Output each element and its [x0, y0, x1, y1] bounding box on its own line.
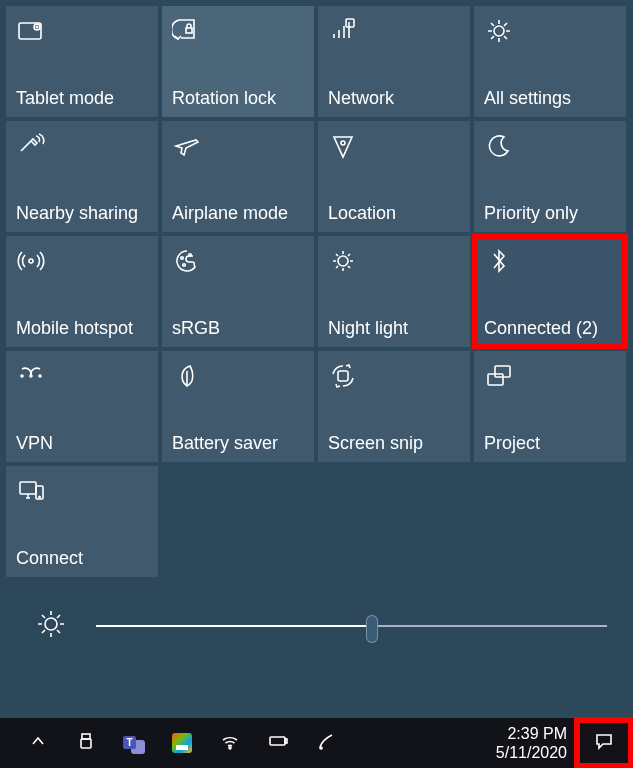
- tile-all-settings[interactable]: All settings: [474, 6, 626, 117]
- leaf-icon: [172, 361, 304, 395]
- taskbar: T 2:39 PM 5/11/2020: [0, 718, 633, 768]
- quick-action-tiles: Tablet modeRotation lockNetworkAll setti…: [6, 6, 627, 577]
- tile-mobile-hotspot[interactable]: Mobile hotspot: [6, 236, 158, 347]
- tile-rotation-lock[interactable]: Rotation lock: [162, 6, 314, 117]
- tile-label: Nearby sharing: [16, 202, 148, 224]
- vpn-icon: [16, 361, 148, 395]
- tile-battery-saver[interactable]: Battery saver: [162, 351, 314, 462]
- tray-powertoys[interactable]: [158, 718, 206, 768]
- teams-icon: T: [123, 732, 145, 754]
- night-light-icon: [328, 246, 460, 280]
- bluetooth-icon: [484, 246, 616, 280]
- chevron-up-icon: [28, 731, 48, 755]
- brightness-icon: [34, 607, 68, 645]
- tile-priority-only[interactable]: Priority only: [474, 121, 626, 232]
- brightness-slider[interactable]: [96, 625, 607, 627]
- airplane-icon: [172, 131, 304, 165]
- tile-label: Project: [484, 432, 616, 454]
- brightness-thumb[interactable]: [366, 615, 378, 643]
- gear-icon: [484, 16, 616, 50]
- tile-label: All settings: [484, 87, 616, 109]
- tile-label: VPN: [16, 432, 148, 454]
- wifi-icon: [220, 731, 240, 755]
- tile-label: Priority only: [484, 202, 616, 224]
- tile-label: Network: [328, 87, 460, 109]
- snip-icon: [328, 361, 460, 395]
- tray-battery[interactable]: [254, 718, 302, 768]
- action-center-button[interactable]: [575, 718, 633, 768]
- tile-label: Screen snip: [328, 432, 460, 454]
- powertoys-icon: [172, 733, 192, 753]
- connect-icon: [16, 476, 148, 510]
- tile-label: Tablet mode: [16, 87, 148, 109]
- tile-label: Connect: [16, 547, 148, 569]
- palette-icon: [172, 246, 304, 280]
- tile-vpn[interactable]: VPN: [6, 351, 158, 462]
- tile-screen-snip[interactable]: Screen snip: [318, 351, 470, 462]
- tray-wifi[interactable]: [206, 718, 254, 768]
- action-center-panel: Tablet modeRotation lockNetworkAll setti…: [0, 0, 633, 718]
- tile-label: Connected (2): [484, 317, 616, 339]
- rotation-lock-icon: [172, 16, 304, 50]
- taskbar-clock[interactable]: 2:39 PM 5/11/2020: [490, 724, 575, 762]
- tray-pen[interactable]: [302, 718, 350, 768]
- tile-night-light[interactable]: Night light: [318, 236, 470, 347]
- usb-icon: [76, 731, 96, 755]
- tile-bluetooth[interactable]: Connected (2): [474, 236, 626, 347]
- tray-usb[interactable]: [62, 718, 110, 768]
- cellular-icon: [328, 16, 460, 50]
- location-icon: [328, 131, 460, 165]
- tray-teams[interactable]: T: [110, 718, 158, 768]
- tablet-mode-icon: [16, 16, 148, 50]
- tile-label: Battery saver: [172, 432, 304, 454]
- battery-icon: [268, 731, 288, 755]
- tile-label: Rotation lock: [172, 87, 304, 109]
- brightness-slider-row: [6, 607, 627, 645]
- clock-date: 5/11/2020: [496, 743, 567, 762]
- pen-icon: [316, 731, 336, 755]
- tile-srgb[interactable]: sRGB: [162, 236, 314, 347]
- tile-project[interactable]: Project: [474, 351, 626, 462]
- clock-time: 2:39 PM: [496, 724, 567, 743]
- tile-tablet-mode[interactable]: Tablet mode: [6, 6, 158, 117]
- tile-network[interactable]: Network: [318, 6, 470, 117]
- tile-label: Mobile hotspot: [16, 317, 148, 339]
- tile-label: Location: [328, 202, 460, 224]
- tile-label: Airplane mode: [172, 202, 304, 224]
- tray-overflow[interactable]: [14, 718, 62, 768]
- moon-icon: [484, 131, 616, 165]
- action-center-icon: [594, 731, 614, 755]
- tile-label: sRGB: [172, 317, 304, 339]
- tile-airplane-mode[interactable]: Airplane mode: [162, 121, 314, 232]
- tile-location[interactable]: Location: [318, 121, 470, 232]
- nearby-share-icon: [16, 131, 148, 165]
- tile-connect[interactable]: Connect: [6, 466, 158, 577]
- hotspot-icon: [16, 246, 148, 280]
- system-tray: T: [14, 718, 350, 768]
- tile-nearby-sharing[interactable]: Nearby sharing: [6, 121, 158, 232]
- project-icon: [484, 361, 616, 395]
- tile-label: Night light: [328, 317, 460, 339]
